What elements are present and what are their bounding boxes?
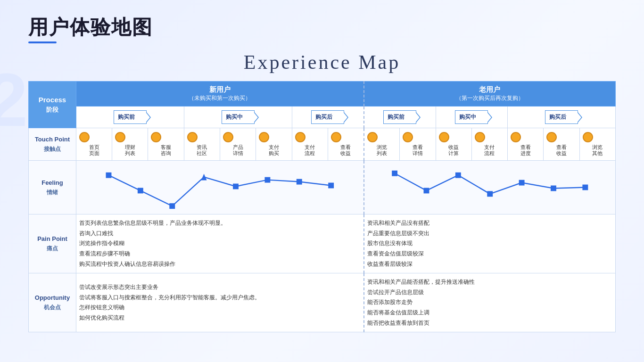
tp-dot: [79, 132, 90, 142]
feeling-label: Feeling 情绪: [29, 161, 76, 214]
svg-rect-12: [519, 180, 524, 186]
new-stage-during: 购买中: [184, 107, 292, 128]
feeling-chart-old: [364, 161, 616, 214]
tp-dot: [546, 132, 557, 142]
svg-rect-6: [297, 179, 302, 185]
svg-rect-7: [328, 183, 334, 189]
tp-new-8: 查看收益: [328, 128, 363, 161]
tp-dot: [151, 132, 161, 142]
exp-table: Process 阶段 新用户 （未购买和第一次购买） 老用户 （第一次购买后再次…: [28, 81, 616, 332]
svg-rect-2: [169, 203, 175, 209]
tp-old-2: 查看详情: [400, 128, 436, 161]
svg-rect-8: [392, 171, 397, 176]
pain-point-row: Pain Point 痛点 首页列表信息繁杂信息层级不明显，产品业务体现不明显。…: [29, 214, 616, 273]
feeling-chart-new: [76, 161, 363, 214]
svg-rect-5: [264, 177, 270, 183]
tp-dot: [583, 132, 593, 142]
new-stage-before: 购买前: [76, 107, 184, 128]
tp-old-6: 查看收益: [544, 128, 579, 161]
header-row-1: Process 阶段 新用户 （未购买和第一次购买） 老用户 （第一次购买后再次…: [29, 82, 616, 107]
tp-dot: [223, 132, 233, 142]
tp-dot: [295, 132, 305, 142]
tp-dot: [511, 132, 521, 142]
tp-dot: [115, 132, 125, 142]
svg-rect-11: [487, 191, 493, 197]
stage-row: 购买前 购买中 购买后 购买前 购买中 购买后: [29, 107, 616, 128]
new-stage-after: 购买后: [292, 107, 364, 128]
tp-old-3: 收益计算: [436, 128, 471, 161]
tp-new-4: 资讯社区: [184, 128, 220, 161]
opportunity-label: Opportunity 机会点: [29, 273, 76, 332]
tp-new-6: 支付购买: [256, 128, 292, 161]
opportunity-new-text: 尝试改变展示形态突出主要业务 尝试将客服入口与搜索框整合，充分利用苏宁智能客服。…: [76, 273, 363, 332]
svg-rect-10: [455, 173, 461, 178]
new-user-header: 新用户 （未购买和第一次购买）: [76, 82, 363, 107]
tp-dot: [367, 132, 378, 142]
opportunity-row: Opportunity 机会点 尝试改变展示形态突出主要业务 尝试将客服入口与搜…: [29, 273, 616, 332]
svg-rect-1: [138, 188, 143, 194]
tp-dot: [259, 132, 269, 142]
tp-new-1: 首页页面: [76, 128, 112, 161]
tp-new-2: 理财列表: [112, 128, 148, 161]
tp-dot: [475, 132, 485, 142]
svg-rect-4: [233, 184, 239, 189]
touch-point-label: Touch Point 接触点: [29, 128, 76, 161]
tp-new-7: 支付流程: [292, 128, 328, 161]
tp-old-4: 支付流程: [471, 128, 507, 161]
svg-rect-0: [106, 173, 111, 178]
old-stage-during: 购买中: [436, 107, 508, 128]
tp-dot: [331, 132, 341, 142]
touch-point-row: Touch Point 接触点 首页页面 理财列表 客服咨询 资讯社区: [29, 128, 616, 161]
process-label: Process 阶段: [29, 82, 76, 128]
svg-rect-13: [551, 186, 556, 191]
tp-old-1: 浏览列表: [364, 128, 400, 161]
tp-new-3: 客服咨询: [148, 128, 184, 161]
feeling-row: Feeling 情绪: [29, 161, 616, 214]
old-stage-after: 购买后: [508, 107, 616, 128]
feeling-svg-new: [76, 161, 363, 212]
tp-dot: [403, 132, 413, 142]
page-title-cn: 用户体验地图: [28, 14, 153, 41]
svg-rect-14: [582, 185, 588, 190]
tp-dot: [439, 132, 449, 142]
feeling-svg-old: [364, 161, 615, 212]
page-title-underline: [28, 41, 57, 43]
old-user-header: 老用户 （第一次购买后再次复购）: [364, 82, 616, 107]
main-title: Experience Map: [0, 51, 644, 74]
tp-old-7: 浏览其他: [579, 128, 615, 161]
tp-old-5: 查看进度: [508, 128, 544, 161]
tp-dot: [187, 132, 198, 142]
old-stage-before: 购买前: [364, 107, 436, 128]
pain-point-new-text: 首页列表信息繁杂信息层级不明显，产品业务体现不明显。 咨询入口难找 浏览操作指令…: [76, 214, 363, 273]
experience-map-table: Process 阶段 新用户 （未购买和第一次购买） 老用户 （第一次购买后再次…: [28, 81, 616, 353]
pain-point-label: Pain Point 痛点: [29, 214, 76, 273]
pain-point-old-text: 资讯和相关产品没有搭配 产品重要信息层级不突出 股市信息没有体现 查看资金估值层…: [364, 214, 616, 273]
opportunity-old-text: 资讯和相关产品能否搭配，提升推送准确性 尝试拉开产品信息层级 能否添加股市走势 …: [364, 273, 616, 332]
svg-rect-9: [423, 188, 429, 194]
tp-new-5: 产品详情: [220, 128, 256, 161]
